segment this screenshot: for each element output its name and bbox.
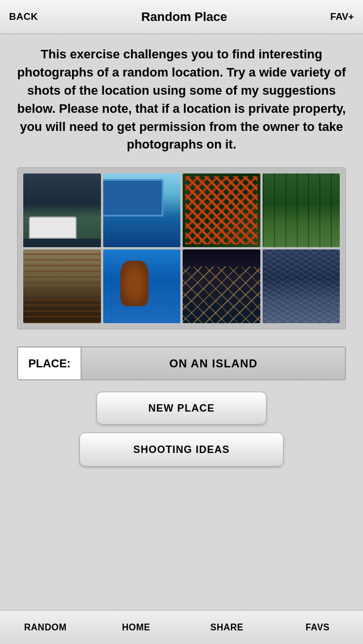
page-title: Random Place bbox=[141, 10, 227, 24]
header: BACK Random Place FAV+ bbox=[0, 0, 363, 34]
photo-cell-4[interactable] bbox=[263, 173, 340, 247]
photo-grid-container bbox=[17, 167, 346, 329]
nav-item-home[interactable]: HOME bbox=[91, 611, 182, 644]
place-value: ON AN ISLAND bbox=[82, 348, 345, 379]
photo-cell-3[interactable] bbox=[183, 173, 260, 247]
place-label: PLACE: bbox=[18, 348, 82, 379]
description-text: This exercise challenges you to find int… bbox=[9, 45, 354, 154]
photo-grid bbox=[23, 173, 340, 323]
photo-cell-5[interactable] bbox=[23, 249, 101, 323]
photo-cell-2[interactable] bbox=[103, 173, 181, 247]
place-bar: PLACE: ON AN ISLAND bbox=[17, 346, 346, 380]
nav-item-favs[interactable]: FAVS bbox=[272, 611, 363, 644]
shooting-ideas-button[interactable]: SHOOTING IDEAS bbox=[79, 433, 284, 467]
photo-cell-7[interactable] bbox=[183, 249, 260, 323]
new-place-button[interactable]: NEW PLACE bbox=[96, 392, 267, 425]
photo-cell-6[interactable] bbox=[103, 249, 181, 323]
fav-button[interactable]: FAV+ bbox=[330, 11, 354, 23]
photo-cell-8[interactable] bbox=[263, 249, 340, 323]
nav-item-share[interactable]: SHARE bbox=[182, 611, 272, 644]
bottom-nav: RANDOM HOME SHARE FAVS bbox=[0, 610, 363, 644]
main-content: This exercise challenges you to find int… bbox=[0, 34, 363, 610]
nav-item-random[interactable]: RANDOM bbox=[0, 611, 91, 644]
back-button[interactable]: BACK bbox=[9, 11, 38, 23]
photo-cell-1[interactable] bbox=[23, 173, 101, 247]
